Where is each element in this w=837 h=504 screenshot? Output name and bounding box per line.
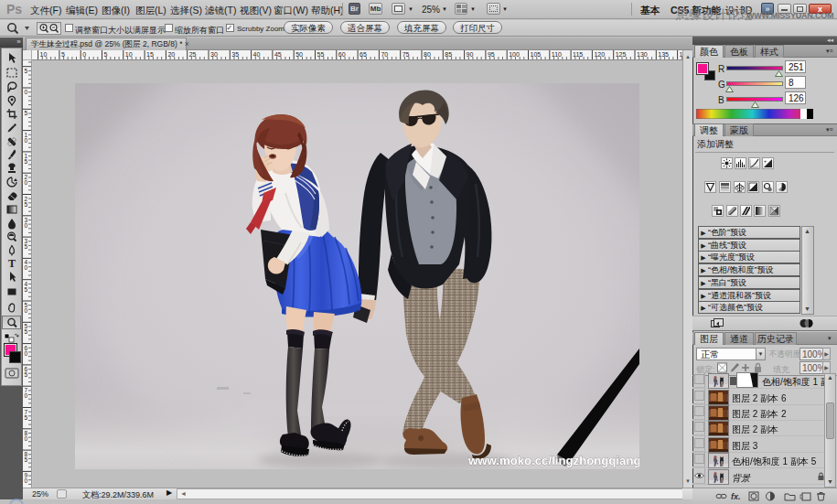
svg-text:10: 10 [40, 51, 48, 58]
svg-text:65: 65 [359, 51, 367, 58]
svg-text:85: 85 [445, 51, 452, 58]
svg-text:0: 0 [25, 392, 28, 399]
svg-text:115: 115 [573, 51, 583, 58]
svg-text:0: 0 [25, 222, 28, 229]
svg-text:60: 60 [338, 51, 346, 58]
svg-text:0: 0 [25, 307, 28, 314]
svg-text:T: T [8, 257, 16, 270]
svg-text:fx.: fx. [731, 492, 741, 501]
svg-text:5: 5 [104, 51, 108, 58]
svg-text:110: 110 [552, 51, 562, 58]
svg-text:10: 10 [125, 51, 133, 58]
svg-text:70: 70 [381, 51, 388, 58]
svg-text:5: 5 [25, 456, 28, 463]
svg-text:130: 130 [637, 51, 648, 58]
svg-text:5: 5 [25, 201, 28, 208]
svg-text:95: 95 [488, 51, 495, 58]
svg-text:15: 15 [146, 51, 154, 58]
svg-text:0: 0 [25, 89, 28, 95]
svg-text:5: 5 [25, 158, 28, 165]
svg-text:5: 5 [25, 243, 28, 250]
svg-text:35: 35 [231, 51, 239, 58]
svg-text:0: 0 [25, 264, 28, 271]
svg-text:25: 25 [189, 51, 197, 58]
svg-text:0: 0 [82, 51, 86, 58]
svg-text:55: 55 [317, 51, 325, 58]
svg-text:45: 45 [274, 51, 282, 58]
svg-text:0: 0 [25, 179, 28, 186]
svg-text:5: 5 [25, 68, 28, 74]
svg-text:105: 105 [531, 51, 542, 58]
svg-text:20: 20 [167, 51, 175, 58]
svg-text:30: 30 [210, 51, 218, 58]
svg-text:www.moko.cc/lingzhongqiang: www.moko.cc/lingzhongqiang [467, 454, 639, 467]
svg-text:120: 120 [594, 51, 605, 58]
svg-text:0: 0 [25, 435, 28, 442]
svg-text:0: 0 [25, 477, 28, 484]
svg-text:5: 5 [25, 371, 28, 378]
svg-text:5: 5 [61, 51, 65, 58]
svg-text:50: 50 [295, 51, 303, 58]
svg-text:90: 90 [467, 51, 474, 58]
svg-text:5: 5 [25, 110, 28, 116]
svg-text:40: 40 [253, 51, 261, 58]
svg-text:75: 75 [402, 51, 410, 58]
svg-text:80: 80 [424, 51, 431, 58]
svg-text:100: 100 [509, 51, 520, 58]
svg-text:5: 5 [25, 328, 28, 335]
svg-text:5: 5 [25, 414, 28, 421]
svg-text:0: 0 [25, 350, 28, 357]
svg-text:135: 135 [658, 51, 669, 58]
svg-text:5: 5 [25, 286, 28, 293]
svg-text:+: + [764, 158, 767, 164]
svg-text:0: 0 [25, 137, 28, 144]
svg-text:125: 125 [616, 51, 627, 58]
